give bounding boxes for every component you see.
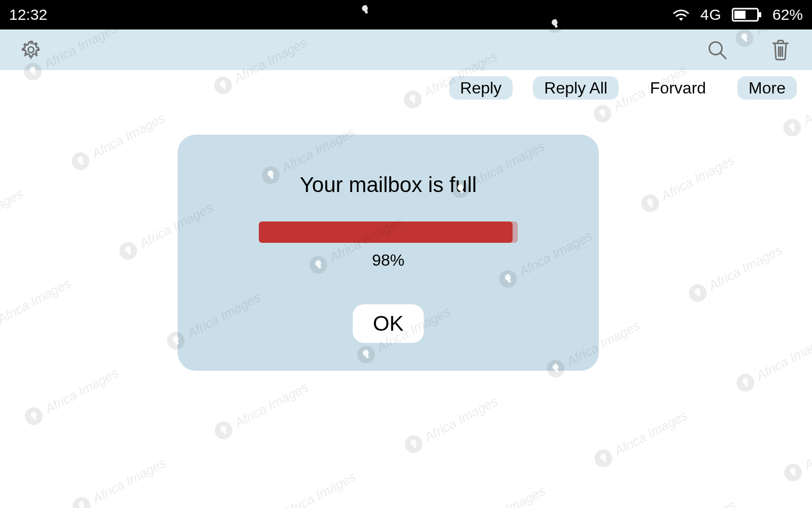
trash-icon[interactable] [769, 37, 792, 62]
wifi-icon [672, 8, 690, 22]
watermark-item: Africa Images [732, 330, 812, 396]
svg-point-63 [781, 461, 805, 485]
ok-button[interactable]: OK [353, 304, 424, 343]
watermark-item: Africa Images [0, 274, 74, 340]
network-label: 4G [700, 6, 722, 23]
storage-progress-fill [259, 221, 513, 243]
storage-progress-label: 98% [372, 251, 404, 270]
svg-point-43 [780, 116, 804, 140]
svg-rect-2 [734, 11, 746, 19]
reply-button[interactable]: Reply [449, 76, 513, 100]
storage-progress-bar [259, 221, 518, 243]
watermark-item: Africa Images [21, 363, 122, 429]
svg-point-55 [591, 447, 615, 470]
reply-all-button[interactable]: Reply All [533, 76, 619, 100]
watermark-item: Africa Images [590, 405, 691, 471]
watermark-item: Africa Images [0, 184, 26, 250]
status-bar: 12:32 4G 62% [0, 0, 812, 29]
svg-point-42 [638, 192, 662, 215]
svg-point-56 [733, 371, 757, 395]
svg-point-27 [400, 88, 424, 112]
more-button[interactable]: More [737, 76, 797, 100]
watermark-item: Africa Images [258, 467, 359, 508]
status-right: 4G 62% [672, 6, 803, 23]
svg-line-5 [721, 53, 726, 59]
battery-icon [732, 7, 762, 22]
watermark-item: Africa Images [448, 481, 549, 508]
watermark-item: Africa Images [685, 240, 786, 306]
watermark-item: Africa Images [637, 150, 738, 216]
svg-point-35 [590, 102, 614, 125]
svg-rect-1 [759, 12, 761, 17]
watermark-item: Africa Images [67, 108, 168, 174]
forward-button[interactable]: Forvard [639, 76, 717, 100]
svg-point-38 [70, 494, 93, 508]
svg-point-19 [211, 74, 235, 98]
watermark-item: Africa Images [780, 420, 812, 486]
mailbox-full-dialog: Your mailbox is full 98% OK [178, 135, 599, 371]
svg-point-49 [686, 281, 709, 305]
svg-point-25 [116, 239, 140, 263]
svg-point-18 [69, 149, 93, 173]
search-icon[interactable] [705, 38, 729, 61]
svg-point-3 [28, 47, 33, 52]
watermark-item: Africa Images [400, 392, 501, 458]
svg-point-39 [212, 418, 235, 442]
watermark-item: Africa Images [69, 453, 170, 508]
svg-point-31 [22, 404, 46, 428]
dialog-title: Your mailbox is full [300, 173, 477, 197]
watermark-item: Africa Images [638, 495, 739, 508]
watermark-item: Africa Images [211, 377, 312, 443]
gear-icon[interactable] [20, 39, 42, 60]
app-toolbar [0, 29, 812, 70]
status-time: 12:32 [9, 6, 47, 23]
svg-point-47 [401, 432, 425, 456]
message-actions: Reply Reply All Forvard More [449, 76, 797, 100]
battery-percent: 62% [772, 6, 803, 23]
